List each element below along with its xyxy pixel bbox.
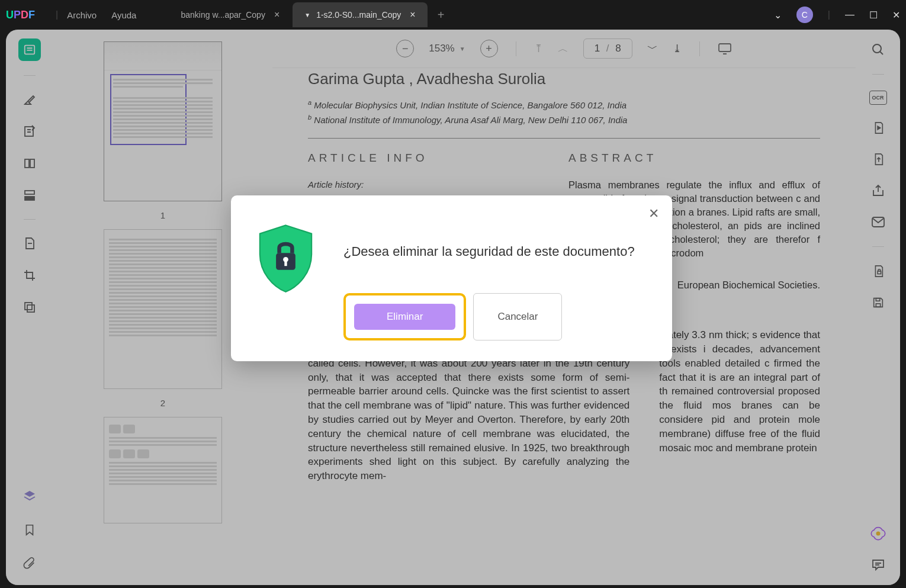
user-avatar[interactable]: C — [796, 7, 813, 23]
tab-active[interactable]: ▼ 1-s2.0-S0...main_Copy × — [293, 2, 427, 27]
window-controls: ⌄ C | — ☐ ✕ — [774, 7, 900, 23]
maximize-icon[interactable]: ☐ — [869, 9, 878, 21]
add-tab-button[interactable]: + — [438, 8, 445, 22]
modal-title: ¿Desea eliminar la seguridad de este doc… — [343, 243, 651, 261]
shield-lock-icon — [252, 222, 320, 293]
cancelar-button[interactable]: Cancelar — [473, 293, 562, 340]
app-logo: UPDF — [6, 9, 35, 21]
chevron-down-icon[interactable]: ▼ — [304, 12, 310, 18]
menu-archivo[interactable]: Archivo — [67, 10, 97, 20]
separator: | — [56, 9, 58, 20]
eliminar-button[interactable]: Eliminar — [354, 304, 455, 330]
titlebar: UPDF | Archivo Ayuda banking w...apar_Co… — [0, 0, 906, 30]
menu-ayuda[interactable]: Ayuda — [111, 10, 136, 20]
minimize-icon[interactable]: — — [845, 9, 854, 20]
tab-bar: banking w...apar_Copy × ▼ 1-s2.0-S0...ma… — [169, 0, 773, 30]
security-modal: ✕ ¿Desea eliminar la seguridad de este d… — [231, 195, 672, 361]
button-highlight: Eliminar — [343, 293, 466, 340]
close-icon[interactable]: × — [274, 9, 279, 20]
close-icon[interactable]: ✕ — [892, 9, 900, 21]
tab-inactive[interactable]: banking w...apar_Copy × — [169, 2, 291, 27]
close-icon[interactable]: ✕ — [648, 206, 659, 221]
tab-label: banking w...apar_Copy — [181, 10, 265, 20]
svg-rect-26 — [284, 261, 287, 266]
close-icon[interactable]: × — [410, 9, 415, 20]
chevron-down-icon[interactable]: ⌄ — [774, 9, 782, 21]
tab-label: 1-s2.0-S0...main_Copy — [316, 10, 401, 20]
